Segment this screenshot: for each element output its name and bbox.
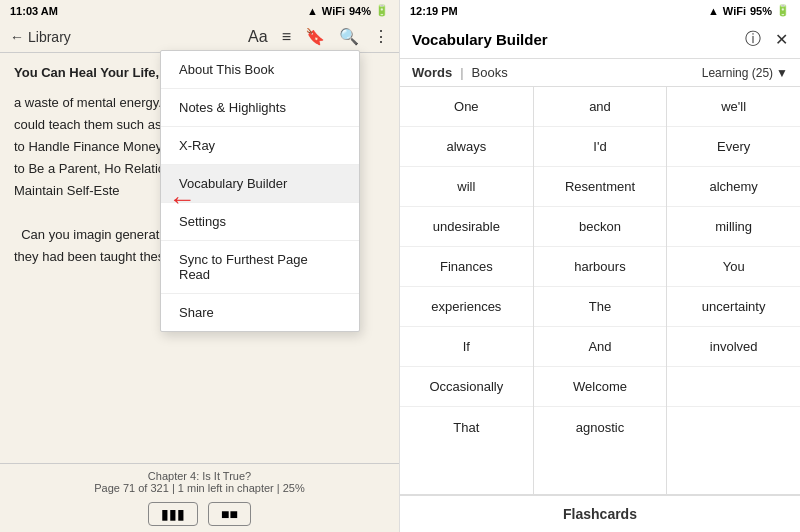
word-welcome[interactable]: Welcome	[534, 367, 667, 407]
panel-title: Vocabulary Builder	[412, 31, 745, 48]
word-col-1: One always will undesirable Finances exp…	[400, 87, 533, 494]
right-time: 12:19 PM	[410, 5, 458, 17]
more-icon[interactable]: ⋮	[373, 27, 389, 46]
right-status-bar: 12:19 PM ▲ WiFi 95% 🔋	[400, 0, 800, 21]
word-harbours[interactable]: harbours	[534, 247, 667, 287]
right-battery-icon: 95%	[750, 5, 772, 17]
word-you[interactable]: You	[667, 247, 800, 287]
toolbar-right: Aa ≡ 🔖 🔍 ⋮	[248, 27, 389, 46]
menu-sync[interactable]: Sync to Furthest Page Read	[161, 241, 359, 294]
left-status-icons: ▲ WiFi 94% 🔋	[307, 4, 389, 17]
back-arrow-icon: ←	[10, 29, 24, 45]
progress-controls: ▮▮▮ ■■	[0, 498, 399, 532]
menu-about[interactable]: About This Book	[161, 51, 359, 89]
word-agnostic[interactable]: agnostic	[534, 407, 667, 447]
right-signal-icon: ▲	[708, 5, 719, 17]
word-finances[interactable]: Finances	[400, 247, 533, 287]
left-panel: 11:03 AM ▲ WiFi 94% 🔋 ← Library Aa ≡ 🔖 🔍…	[0, 0, 400, 532]
left-status-bar: 11:03 AM ▲ WiFi 94% 🔋	[0, 0, 399, 21]
word-and[interactable]: and	[534, 87, 667, 127]
right-toolbar: Vocabulary Builder ⓘ ✕	[400, 21, 800, 59]
font-button[interactable]: Aa	[248, 28, 268, 46]
table-view-button[interactable]: ■■	[208, 502, 251, 526]
menu-share[interactable]: Share	[161, 294, 359, 331]
left-toolbar: ← Library Aa ≡ 🔖 🔍 ⋮	[0, 21, 399, 53]
flashcards-label: Flashcards	[563, 506, 637, 522]
grid-view-button[interactable]: ▮▮▮	[148, 502, 198, 526]
word-one[interactable]: One	[400, 87, 533, 127]
learning-badge[interactable]: Learning (25) ▼	[702, 66, 788, 80]
tab-books[interactable]: Books	[472, 65, 508, 80]
word-grid: One always will undesirable Finances exp…	[400, 87, 800, 494]
search-icon[interactable]: 🔍	[339, 27, 359, 46]
battery-icon: 94%	[349, 5, 371, 17]
arrow-indicator: ←	[168, 185, 196, 217]
word-col-3: we'll Every alchemy milling You uncertai…	[667, 87, 800, 494]
word-alchemy[interactable]: alchemy	[667, 167, 800, 207]
list-icon[interactable]: ≡	[282, 28, 291, 46]
tab-separator: |	[460, 65, 463, 80]
word-involved[interactable]: involved	[667, 327, 800, 367]
back-button[interactable]: ← Library	[10, 29, 71, 45]
learning-label: Learning (25)	[702, 66, 773, 80]
word-empty-1	[667, 367, 800, 407]
word-will[interactable]: will	[400, 167, 533, 207]
word-col-2: and I'd Resentment beckon harbours The A…	[534, 87, 667, 494]
book-footer: Chapter 4: Is It True? Page 71 of 321 | …	[0, 463, 399, 498]
word-undesirable[interactable]: undesirable	[400, 207, 533, 247]
wifi-icon: WiFi	[322, 5, 345, 17]
battery-symbol: 🔋	[375, 4, 389, 17]
word-the[interactable]: The	[534, 287, 667, 327]
word-resentment[interactable]: Resentment	[534, 167, 667, 207]
dropdown-arrow-icon: ▼	[776, 66, 788, 80]
tab-words[interactable]: Words	[412, 65, 452, 80]
library-label: Library	[28, 29, 71, 45]
word-and2[interactable]: And	[534, 327, 667, 367]
word-id[interactable]: I'd	[534, 127, 667, 167]
word-always[interactable]: always	[400, 127, 533, 167]
signal-icon: ▲	[307, 5, 318, 17]
right-wifi-icon: WiFi	[723, 5, 746, 17]
right-battery-symbol: 🔋	[776, 4, 790, 17]
info-icon[interactable]: ⓘ	[745, 29, 761, 50]
word-milling[interactable]: milling	[667, 207, 800, 247]
word-beckon[interactable]: beckon	[534, 207, 667, 247]
right-status-icons: ▲ WiFi 95% 🔋	[708, 4, 790, 17]
word-that[interactable]: That	[400, 407, 533, 447]
page-info: Page 71 of 321 | 1 min left in chapter |…	[0, 482, 399, 494]
flashcards-footer[interactable]: Flashcards	[400, 494, 800, 532]
vocab-tabs: Words | Books Learning (25) ▼	[400, 59, 800, 87]
bookmark-icon[interactable]: 🔖	[305, 27, 325, 46]
word-if[interactable]: If	[400, 327, 533, 367]
word-well[interactable]: we'll	[667, 87, 800, 127]
close-icon[interactable]: ✕	[775, 30, 788, 49]
word-occasionally[interactable]: Occasionally	[400, 367, 533, 407]
menu-xray[interactable]: X-Ray	[161, 127, 359, 165]
word-uncertainty[interactable]: uncertainty	[667, 287, 800, 327]
right-panel: 12:19 PM ▲ WiFi 95% 🔋 Vocabulary Builder…	[400, 0, 800, 532]
menu-notes[interactable]: Notes & Highlights	[161, 89, 359, 127]
word-every[interactable]: Every	[667, 127, 800, 167]
chapter-label: Chapter 4: Is It True?	[0, 470, 399, 482]
left-time: 11:03 AM	[10, 5, 58, 17]
right-toolbar-icons: ⓘ ✕	[745, 29, 788, 50]
word-empty-2	[667, 407, 800, 447]
word-experiences[interactable]: experiences	[400, 287, 533, 327]
